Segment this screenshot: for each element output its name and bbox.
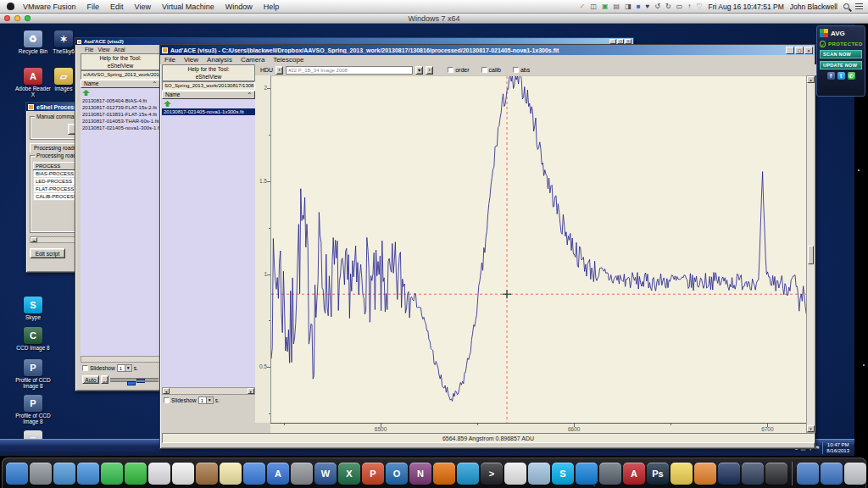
menu-item[interactable]: File (164, 56, 175, 64)
status-menu-icon[interactable]: ■ (637, 3, 641, 10)
dock-icon[interactable] (694, 463, 716, 485)
dock-icon[interactable] (576, 463, 598, 485)
dock-icon[interactable]: P (362, 463, 384, 485)
close-button[interactable]: × (804, 47, 813, 54)
dock-icon[interactable]: A (267, 463, 289, 485)
hdu-combo-dropdown[interactable]: ▾ (415, 66, 423, 75)
dock-icon[interactable] (53, 463, 75, 485)
file-list-item[interactable]: 20130817-013831-FLAT-15s-4.fit (81, 111, 160, 118)
dock-icon[interactable] (844, 463, 866, 485)
bg-menu-item[interactable]: File (85, 47, 93, 53)
dock-icon[interactable] (125, 463, 147, 485)
dock-icon[interactable] (504, 463, 526, 485)
dock-icon[interactable] (599, 463, 621, 485)
file-list-item[interactable]: 20130817-005404-BIAS-4.fit (81, 97, 160, 104)
status-menu-icon[interactable]: ◨ (625, 3, 632, 10)
name-column-header[interactable]: Name⌃ (162, 91, 255, 99)
desktop-icon[interactable]: S Skype (14, 297, 53, 320)
scan-now-button[interactable]: SCAN NOW (820, 50, 862, 58)
plot-vscrollbar[interactable]: ▴ ▾ (806, 75, 815, 433)
status-menu-icon[interactable]: ↺ (654, 3, 660, 10)
status-menu-icon[interactable]: ♡ (696, 3, 702, 10)
dock-icon[interactable] (101, 463, 123, 485)
low-threshold-slider[interactable] (110, 380, 159, 382)
status-menu-icon[interactable]: ✓ (580, 3, 586, 10)
dock-icon[interactable] (718, 463, 740, 485)
fast-user-switch[interactable]: John Blackwell (790, 3, 837, 11)
dock-icon[interactable] (670, 463, 693, 485)
dock-icon[interactable] (172, 463, 194, 485)
hdu-combo[interactable]: #22 P_1B_34 Image 2008 (286, 66, 413, 75)
file-list-item[interactable]: 20130817-014053-THAR-60s-1.fit (81, 118, 160, 125)
dock-icon[interactable] (220, 463, 242, 485)
desktop-icon[interactable]: P Profile of CCD Image 8 (14, 359, 53, 389)
dock-icon[interactable]: O (386, 463, 408, 485)
mac-menu-item[interactable]: Virtual Machine (162, 3, 214, 11)
status-menu-icon[interactable]: ▣ (602, 3, 609, 10)
status-menu-icon[interactable]: ▭ (676, 3, 683, 10)
mac-menu-item[interactable]: VMware Fusion (23, 3, 76, 11)
selected-file-item[interactable]: 20130817-021405-nova1-1x300s.fit (162, 108, 255, 115)
status-menu-icon[interactable]: ♥ (646, 3, 650, 10)
dock-icon[interactable] (6, 463, 28, 485)
menu-clock[interactable]: Fri Aug 16 10:47:51 PM (708, 3, 783, 11)
up-folder-icon[interactable] (164, 101, 171, 107)
status-menu-icon[interactable]: ↻ (665, 3, 671, 10)
status-menu-icon[interactable]: ◫ (590, 3, 597, 10)
spotlight-search-icon[interactable] (843, 3, 849, 9)
mac-menu-item[interactable]: File (87, 3, 100, 11)
dock-icon[interactable] (77, 463, 99, 485)
status-menu-icon[interactable]: ↑ (687, 3, 691, 10)
dock-icon[interactable] (765, 463, 787, 485)
menu-item[interactable]: View (184, 56, 198, 64)
bg-menu-item[interactable]: View (97, 47, 109, 53)
dock-icon[interactable] (148, 463, 170, 485)
option-checkbox[interactable] (448, 67, 453, 73)
desktop-icon[interactable]: C CCD Image 8 (14, 327, 53, 351)
dock-icon[interactable] (30, 463, 52, 485)
dock-icon[interactable] (528, 463, 550, 485)
dock-icon[interactable]: N (409, 463, 431, 485)
social-icon[interactable]: f (827, 72, 835, 80)
apple-menu-icon[interactable] (7, 3, 14, 10)
hscrollbar[interactable]: ◂▸ (162, 387, 255, 395)
dock-icon[interactable]: Ps (647, 463, 669, 485)
bg-menu-item[interactable]: Anal (114, 47, 125, 53)
dock-icon[interactable] (457, 463, 479, 485)
dock-icon[interactable]: A (623, 463, 645, 485)
dock-icon[interactable] (797, 463, 819, 485)
main-titlebar[interactable]: Aud'ACE (visu3) - C:/Users/jblackwell/Dr… (160, 45, 815, 55)
file-list-item[interactable]: 20130817-012739-FLAT-15s-2.fit (81, 104, 160, 111)
desktop-icon[interactable]: P Profile of CCD Image 8 (14, 395, 53, 424)
option-checkbox[interactable] (513, 67, 519, 73)
menu-item[interactable]: Telescope (273, 56, 303, 64)
maximize-button[interactable]: □ (795, 47, 804, 54)
mac-menu-item[interactable]: View (135, 3, 151, 11)
file-list-item[interactable]: 20130817-021405-nova1-300s-1.fit (81, 125, 160, 131)
dock-icon[interactable]: W (314, 463, 337, 485)
mac-menu-item[interactable]: Help (264, 3, 280, 11)
bg-path-field[interactable]: x/AAVSO_Spring_2013_work/20130817/1 (81, 70, 160, 80)
slideshow-interval-combo[interactable]: 1▼ (117, 364, 132, 372)
bg-name-column-header[interactable]: Name⌃ (81, 80, 160, 88)
taskbar-clock[interactable]: 10:47 PM 8/16/2013 (822, 442, 853, 454)
edit-script-button[interactable]: Edit script (30, 248, 65, 258)
mac-menu-item[interactable]: Edit (110, 3, 124, 11)
hdu-next-button[interactable]: › (426, 66, 433, 75)
dock-icon[interactable]: S (552, 463, 574, 485)
status-menu-icon[interactable]: ▤ (614, 3, 620, 10)
option-checkbox[interactable] (481, 67, 487, 73)
dock-icon[interactable] (821, 463, 843, 485)
social-icon[interactable]: t (837, 72, 845, 80)
dock-icon[interactable] (243, 463, 265, 485)
dock-icon[interactable] (291, 463, 313, 485)
slideshow-checkbox[interactable] (164, 397, 170, 403)
high-threshold-slider[interactable] (110, 378, 159, 380)
social-icon[interactable]: ✆ (848, 72, 855, 80)
up-folder-icon[interactable] (82, 90, 90, 96)
slideshow-interval-combo[interactable]: 1▼ (198, 396, 214, 404)
dock-icon[interactable]: > (481, 463, 503, 485)
hdu-prev-button[interactable]: ‹ (275, 66, 283, 75)
mac-menu-item[interactable]: Window (225, 3, 253, 11)
dock-icon[interactable] (196, 463, 218, 485)
